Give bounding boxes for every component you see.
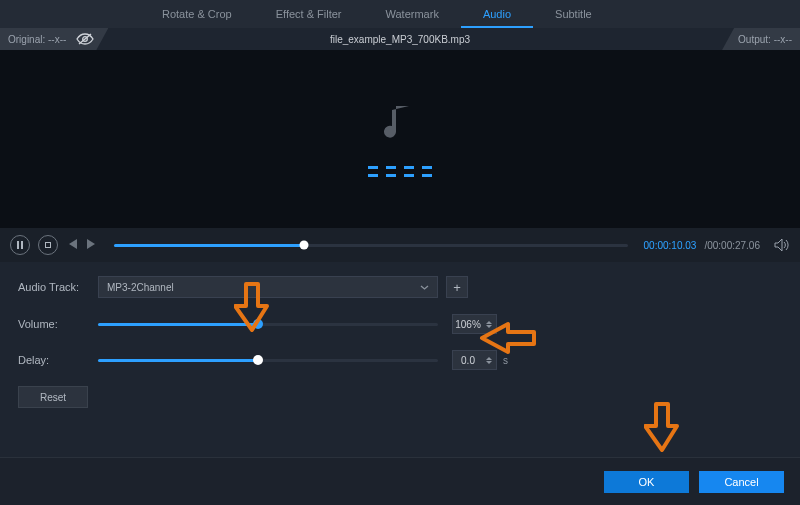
- delay-down-button[interactable]: [486, 361, 492, 364]
- position-fill: [114, 244, 304, 247]
- volume-label: Volume:: [18, 318, 98, 330]
- info-bar: Original: --x-- file_example_MP3_700KB.m…: [0, 28, 800, 50]
- audio-track-select[interactable]: MP3-2Channel: [98, 276, 438, 298]
- reset-row: Reset: [18, 386, 782, 408]
- volume-up-button[interactable]: [486, 321, 492, 324]
- volume-value-input[interactable]: [453, 319, 483, 330]
- volume-slider[interactable]: [98, 323, 438, 326]
- delay-value-input[interactable]: [453, 355, 483, 366]
- volume-row: Volume:: [18, 314, 782, 334]
- original-size-label: Original: --x--: [0, 28, 108, 50]
- audio-track-row: Audio Track: MP3-2Channel +: [18, 276, 782, 298]
- volume-down-button[interactable]: [486, 325, 492, 328]
- delay-row: Delay: s: [18, 350, 782, 370]
- audio-track-value: MP3-2Channel: [107, 282, 174, 293]
- output-size-label: Output: --x--: [722, 28, 800, 50]
- volume-thumb[interactable]: [253, 319, 263, 329]
- eye-off-icon[interactable]: [76, 32, 94, 46]
- time-total: /00:00:27.06: [704, 240, 760, 251]
- add-track-button[interactable]: +: [446, 276, 468, 298]
- stop-button[interactable]: [38, 235, 58, 255]
- tab-rotate-crop[interactable]: Rotate & Crop: [140, 0, 254, 28]
- svg-rect-2: [17, 241, 19, 249]
- top-tabs: Rotate & Crop Effect & Filter Watermark …: [0, 0, 800, 28]
- delay-unit: s: [503, 355, 508, 366]
- tab-watermark[interactable]: Watermark: [364, 0, 461, 28]
- delay-up-button[interactable]: [486, 357, 492, 360]
- delay-label: Delay:: [18, 354, 98, 366]
- footer: OK Cancel: [0, 457, 800, 505]
- preview-area: [0, 50, 800, 228]
- music-note-icon: [383, 102, 417, 146]
- file-name: file_example_MP3_700KB.mp3: [0, 34, 800, 45]
- tab-effect-filter[interactable]: Effect & Filter: [254, 0, 364, 28]
- audio-track-label: Audio Track:: [18, 281, 98, 293]
- delay-fill: [98, 359, 258, 362]
- svg-rect-3: [21, 241, 23, 249]
- original-size-text: Original: --x--: [8, 34, 66, 45]
- reset-button[interactable]: Reset: [18, 386, 88, 408]
- volume-fill: [98, 323, 258, 326]
- tab-audio[interactable]: Audio: [461, 0, 533, 28]
- position-thumb[interactable]: [300, 241, 309, 250]
- position-slider[interactable]: [114, 244, 628, 247]
- audio-settings: Audio Track: MP3-2Channel + Volume: Dela…: [0, 262, 800, 418]
- equalizer-icon: [368, 164, 432, 177]
- pause-button[interactable]: [10, 235, 30, 255]
- chevron-down-icon: [420, 282, 429, 293]
- time-current: 00:00:10.03: [644, 240, 697, 251]
- player-bar: 00:00:10.03/00:00:27.06: [0, 228, 800, 262]
- ok-button[interactable]: OK: [604, 471, 689, 493]
- tab-subtitle[interactable]: Subtitle: [533, 0, 614, 28]
- volume-stepper[interactable]: [452, 314, 497, 334]
- delay-slider[interactable]: [98, 359, 438, 362]
- cancel-button[interactable]: Cancel: [699, 471, 784, 493]
- delay-thumb[interactable]: [253, 355, 263, 365]
- next-frame-button[interactable]: [86, 238, 98, 252]
- volume-icon[interactable]: [774, 238, 790, 252]
- delay-stepper[interactable]: [452, 350, 497, 370]
- prev-frame-button[interactable]: [66, 238, 78, 252]
